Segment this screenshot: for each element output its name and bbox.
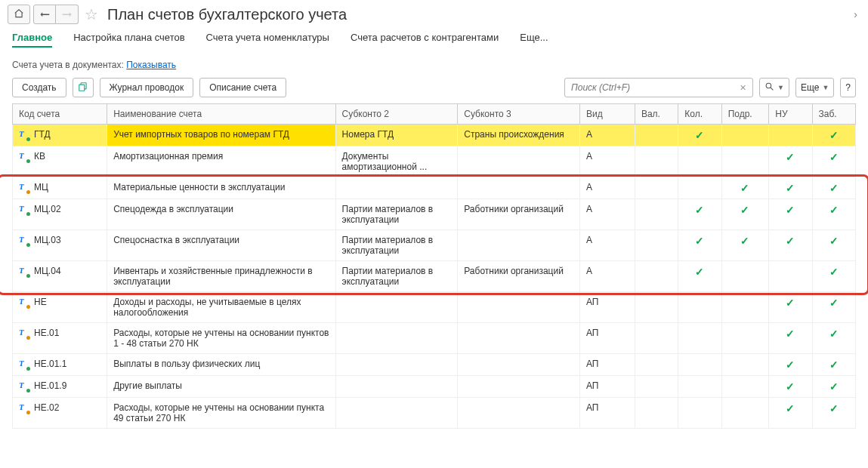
kol-cell: ✓ bbox=[678, 261, 721, 292]
code-text: МЦ bbox=[34, 182, 48, 192]
col-val[interactable]: Вал. bbox=[635, 104, 678, 125]
col-kind[interactable]: Вид bbox=[579, 104, 635, 125]
help-label: ? bbox=[845, 82, 851, 93]
kind-cell: АП bbox=[579, 323, 635, 354]
kind-cell: АП bbox=[579, 292, 635, 323]
account-type-icon bbox=[19, 359, 29, 370]
favorite-star-icon[interactable]: ☆ bbox=[85, 5, 98, 23]
table-row[interactable]: МЦ.02Спецодежда в эксплуатацииПартии мат… bbox=[13, 199, 856, 230]
find-dropdown[interactable]: ▼ bbox=[759, 78, 789, 97]
val-cell bbox=[635, 323, 678, 354]
filter-label: Счета учета в документах: bbox=[12, 60, 124, 70]
kol-cell bbox=[678, 146, 721, 177]
tab-Главное[interactable]: Главное bbox=[12, 32, 52, 48]
col-code[interactable]: Код счета bbox=[13, 104, 107, 125]
forward-button[interactable]: 🠖 bbox=[56, 5, 79, 24]
code-text: НЕ.01 bbox=[34, 328, 59, 338]
name-cell: Расходы, которые не учтены на основании … bbox=[107, 323, 335, 354]
nu-cell: ✓ bbox=[769, 292, 812, 323]
val-cell bbox=[635, 230, 678, 261]
account-type-icon bbox=[19, 236, 29, 246]
sub3-cell: Страны происхождения bbox=[458, 125, 580, 146]
kol-cell bbox=[678, 177, 721, 199]
copy-button[interactable] bbox=[73, 78, 94, 97]
zab-cell: ✓ bbox=[812, 323, 855, 354]
col-kol[interactable]: Кол. bbox=[678, 104, 721, 125]
code-cell: МЦ.02 bbox=[19, 204, 100, 215]
podr-cell: ✓ bbox=[721, 199, 769, 230]
sub2-cell bbox=[335, 292, 458, 323]
tab-Еще...[interactable]: Еще... bbox=[520, 32, 548, 48]
nu-cell: ✓ bbox=[769, 199, 812, 230]
sub2-cell: Партии материалов в эксплуатации bbox=[335, 230, 458, 261]
help-button[interactable]: ? bbox=[840, 78, 856, 97]
table-row[interactable]: НЕ.02Расходы, которые не учтены на основ… bbox=[13, 398, 856, 429]
zab-cell: ✓ bbox=[812, 354, 855, 376]
sub3-cell bbox=[458, 354, 580, 376]
kind-cell: АП bbox=[579, 398, 635, 429]
podr-cell bbox=[721, 125, 769, 146]
account-type-icon bbox=[19, 205, 29, 215]
kind-cell: АП bbox=[579, 376, 635, 398]
sub2-cell: Документы амортизационной ... bbox=[335, 146, 458, 177]
code-cell: МЦ.04 bbox=[19, 266, 100, 277]
table-row[interactable]: ГТДУчет импортных товаров по номерам ГТД… bbox=[13, 125, 856, 146]
back-button[interactable]: 🠔 bbox=[33, 5, 56, 24]
col-sub3[interactable]: Субконто 3 bbox=[458, 104, 580, 125]
col-podr[interactable]: Подр. bbox=[721, 104, 769, 125]
create-button[interactable]: Создать bbox=[12, 78, 66, 97]
sub2-cell bbox=[335, 376, 458, 398]
table-row[interactable]: КВАмортизационная премияДокументы аморти… bbox=[13, 146, 856, 177]
name-cell: Расходы, которые не учтены на основании … bbox=[107, 398, 335, 429]
sub2-cell bbox=[335, 323, 458, 354]
col-sub2[interactable]: Субконто 2 bbox=[335, 104, 458, 125]
val-cell bbox=[635, 292, 678, 323]
journal-button[interactable]: Журнал проводок bbox=[100, 78, 194, 97]
col-zab[interactable]: Заб. bbox=[812, 104, 855, 125]
kol-cell: ✓ bbox=[678, 125, 721, 146]
account-type-icon bbox=[19, 297, 29, 308]
table-row[interactable]: НЕДоходы и расходы, не учитываемые в цел… bbox=[13, 292, 856, 323]
nu-cell bbox=[769, 261, 812, 292]
search-input[interactable] bbox=[568, 81, 737, 94]
account-type-icon bbox=[19, 328, 29, 339]
table-row[interactable]: НЕ.01.9Другие выплатыАП✓✓ bbox=[13, 376, 856, 398]
code-cell: НЕ.01.9 bbox=[19, 380, 100, 392]
expand-icon[interactable]: › bbox=[854, 8, 860, 20]
tab-Настройка плана счетов[interactable]: Настройка плана счетов bbox=[73, 32, 184, 48]
podr-cell bbox=[721, 261, 769, 292]
check-icon: ✓ bbox=[829, 129, 839, 141]
svg-line-3 bbox=[771, 88, 773, 90]
nu-cell: ✓ bbox=[769, 230, 812, 261]
search-icon bbox=[765, 82, 774, 94]
more-dropdown[interactable]: Еще ▼ bbox=[795, 78, 834, 97]
code-cell: НЕ.02 bbox=[19, 402, 100, 414]
filter-link[interactable]: Показывать bbox=[126, 60, 176, 70]
podr-cell bbox=[721, 376, 769, 398]
val-cell bbox=[635, 177, 678, 199]
kol-cell bbox=[678, 292, 721, 323]
col-nu[interactable]: НУ bbox=[769, 104, 812, 125]
kind-cell: А bbox=[579, 199, 635, 230]
table-row[interactable]: НЕ.01.1Выплаты в пользу физических лицАП… bbox=[13, 354, 856, 376]
podr-cell bbox=[721, 354, 769, 376]
podr-cell bbox=[721, 292, 769, 323]
table-row[interactable]: МЦ.04Инвентарь и хозяйственные принадлеж… bbox=[13, 261, 856, 292]
check-icon: ✓ bbox=[786, 402, 795, 414]
table-row[interactable]: НЕ.01Расходы, которые не учтены на основ… bbox=[13, 323, 856, 354]
check-icon: ✓ bbox=[786, 151, 795, 163]
describe-button[interactable]: Описание счета bbox=[199, 78, 286, 97]
tab-Счета расчетов с контрагентами[interactable]: Счета расчетов с контрагентами bbox=[351, 32, 499, 48]
clear-search-icon[interactable]: ✕ bbox=[737, 83, 749, 93]
table-row[interactable]: МЦМатериальные ценности в эксплуатацииА✓… bbox=[13, 177, 856, 199]
val-cell bbox=[635, 199, 678, 230]
zab-cell: ✓ bbox=[812, 199, 855, 230]
tab-Счета учета номенклатуры[interactable]: Счета учета номенклатуры bbox=[206, 32, 329, 48]
table-header-row: Код счета Наименование счета Субконто 2 … bbox=[13, 104, 856, 125]
home-button[interactable] bbox=[8, 5, 30, 24]
table-row[interactable]: МЦ.03Спецоснастка в эксплуатацииПартии м… bbox=[13, 230, 856, 261]
grid-container: Код счета Наименование счета Субконто 2 … bbox=[0, 103, 868, 436]
check-icon: ✓ bbox=[829, 359, 839, 371]
col-name[interactable]: Наименование счета bbox=[107, 104, 335, 125]
nu-cell: ✓ bbox=[769, 354, 812, 376]
